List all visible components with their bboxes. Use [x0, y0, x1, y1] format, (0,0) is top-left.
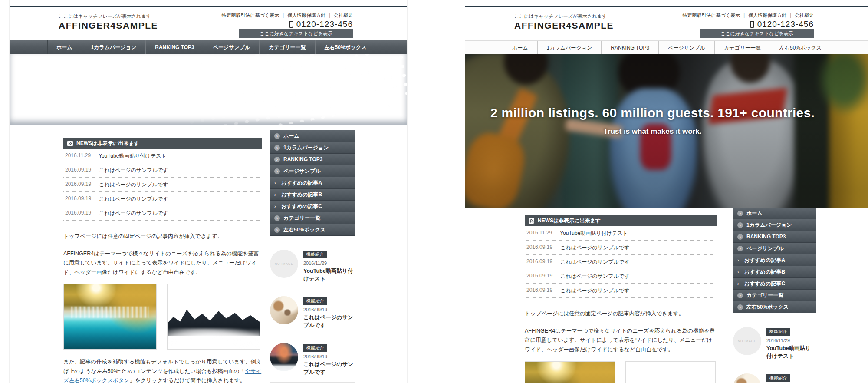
- sidebar-article-widget[interactable]: NO IMAGE 機能紹介 2016/11/29 YouTube動画貼り付けテス…: [733, 320, 816, 366]
- sidebar-item-recommend-b[interactable]: ›おすすめの記事B: [733, 266, 816, 278]
- halftone-dots-pattern: [10, 54, 407, 125]
- waterfall-photo: [63, 284, 157, 350]
- article-paragraph: トップページには任意の固定ページの記事内容が挿入できます。: [525, 309, 717, 319]
- header-text-button[interactable]: ここに好きなテキストなどを表示: [700, 29, 814, 38]
- circle-arrow-icon: ›: [737, 293, 743, 298]
- sidebar-menu: ›ホーム ›1カラムバージョン ›RANKING TOP3 ›ページサンプル ›…: [270, 130, 355, 236]
- circle-arrow-icon: ›: [737, 304, 743, 310]
- news-header: NEWSは非表示に出来ます: [525, 215, 717, 226]
- widget-title: YouTube動画貼り付けテスト: [766, 344, 816, 360]
- nav-one-column[interactable]: 1カラムバージョン: [537, 41, 602, 54]
- sidebar-item-page-sample[interactable]: ›ページサンプル: [733, 243, 816, 254]
- mountain-photo: [167, 284, 260, 350]
- header-text-button[interactable]: ここに好きなテキストなどを表示: [239, 29, 353, 38]
- sidebar-item-recommend-c[interactable]: ›おすすめの記事C: [733, 278, 816, 290]
- site-title[interactable]: AFFINGER4SAMPLE: [514, 20, 614, 31]
- nav-ranking-top3[interactable]: RANKING TOP3: [601, 41, 658, 54]
- widget-date: 2016/11/29: [303, 261, 355, 266]
- sidebar-item-ranking-top3[interactable]: ›RANKING TOP3: [270, 154, 355, 165]
- news-row[interactable]: 2016.11.29YouTube動画貼り付けテスト: [63, 149, 262, 163]
- main-column: NEWSは非表示に出来ます 2016.11.29YouTube動画貼り付けテスト…: [525, 208, 717, 383]
- nav-home[interactable]: ホーム: [47, 40, 82, 54]
- mountain-sunset-thumb: [270, 343, 298, 371]
- hero-photo: 2 million listings. 60 million guests. 1…: [465, 54, 868, 208]
- link-company-profile[interactable]: 会社概要: [795, 13, 814, 18]
- main-nav: ホーム 1カラムバージョン RANKING TOP3 ページサンプル カテゴリー…: [10, 40, 407, 54]
- circle-arrow-icon: ›: [737, 211, 743, 216]
- nav-5050-box[interactable]: 左右50%ボックス: [770, 41, 831, 54]
- news-row[interactable]: 2016.11.29YouTube動画貼り付けテスト: [525, 226, 717, 241]
- circle-arrow-icon: ›: [737, 234, 743, 240]
- nav-category-list[interactable]: カテゴリー一覧: [259, 40, 315, 54]
- sidebar-item-recommend-c[interactable]: ›おすすめの記事C: [270, 201, 355, 212]
- widget-title: これはページのサンプルです: [303, 314, 355, 329]
- news-row[interactable]: 2016.09.19これはページのサンプルです: [63, 206, 262, 221]
- site-right: ここにはキャッチフレーズが表示されます AFFINGER4SAMPLE 特定商取…: [465, 0, 868, 383]
- nav-home[interactable]: ホーム: [503, 41, 537, 54]
- news-header: NEWSは非表示に出来ます: [63, 138, 262, 149]
- top-border: [10, 6, 407, 7]
- link-separator: |: [790, 13, 791, 18]
- news-row[interactable]: 2016.09.19これはページのサンプルです: [525, 241, 717, 255]
- sidebar-article-widget[interactable]: NO IMAGE 機能紹介 2016/11/29 YouTube動画貼り付けテス…: [270, 243, 355, 289]
- sidebar-item-one-column[interactable]: ›1カラムバージョン: [270, 142, 355, 154]
- widget-date: 2016/09/19: [303, 354, 355, 359]
- sidebar-item-one-column[interactable]: ›1カラムバージョン: [733, 219, 816, 231]
- screenshot-canvas: ここにはキャッチフレーズが表示されます AFFINGER4SAMPLE 特定商取…: [0, 0, 868, 383]
- chevron-right-icon: ›: [274, 192, 278, 198]
- article-paragraph: また、記事の作成を補助する機能もデフォルトでしっかり用意しています。例えば上のよ…: [63, 357, 262, 383]
- chevron-right-icon: ›: [274, 180, 278, 186]
- news-row[interactable]: 2016.09.19これはページのサンプルです: [63, 192, 262, 206]
- sidebar-item-home[interactable]: ›ホーム: [733, 208, 816, 219]
- sidebar-item-category-list[interactable]: ›カテゴリー一覧: [270, 212, 355, 224]
- circle-arrow-icon: ›: [274, 227, 280, 233]
- news-row[interactable]: 2016.09.19これはページのサンプルです: [525, 269, 717, 284]
- link-commerce-law[interactable]: 特定商取引法に基づく表示: [222, 13, 279, 18]
- sidebar-item-recommend-a[interactable]: ›おすすめの記事A: [270, 177, 355, 189]
- sidebar-menu: ›ホーム ›1カラムバージョン ›RANKING TOP3 ›ページサンプル ›…: [733, 208, 816, 313]
- no-image-thumb: NO IMAGE: [270, 250, 298, 278]
- hero-banner-blue: [10, 54, 407, 125]
- nav-5050-box[interactable]: 左右50%ボックス: [315, 40, 376, 54]
- news-row[interactable]: 2016.09.19これはページのサンプルです: [525, 255, 717, 269]
- nav-page-sample[interactable]: ページサンプル: [204, 40, 260, 54]
- sidebar-item-category-list[interactable]: ›カテゴリー一覧: [733, 290, 816, 301]
- news-row[interactable]: 2016.09.19これはページのサンプルです: [63, 163, 262, 178]
- chevron-right-icon: ›: [274, 204, 278, 209]
- sidebar-item-5050-box[interactable]: ›左右50%ボックス: [733, 301, 816, 313]
- nav-category-list[interactable]: カテゴリー一覧: [714, 41, 770, 54]
- circle-arrow-icon: ›: [737, 246, 743, 251]
- nav-page-sample[interactable]: ページサンプル: [658, 41, 714, 54]
- sidebar-article-widget[interactable]: 機能紹介 2016/09/19 これはページのサンプルです: [733, 366, 816, 383]
- news-row[interactable]: 2016.09.19これはページのサンプルです: [63, 178, 262, 192]
- sidebar-item-page-sample[interactable]: ›ページサンプル: [270, 165, 355, 177]
- sidebar-article-widget[interactable]: 機能紹介 2016/09/19 これはページのサンプルです: [270, 289, 355, 336]
- nav-ranking-top3[interactable]: RANKING TOP3: [145, 40, 203, 54]
- circle-arrow-icon: ›: [274, 157, 280, 162]
- mountain-photo: [625, 361, 716, 383]
- link-company-profile[interactable]: 会社概要: [334, 13, 353, 18]
- sidebar: ›ホーム ›1カラムバージョン ›RANKING TOP3 ›ページサンプル ›…: [270, 130, 355, 383]
- article-images: [63, 284, 262, 350]
- nav-one-column[interactable]: 1カラムバージョン: [82, 40, 146, 54]
- phone-icon: [750, 21, 754, 28]
- category-badge: 機能紹介: [303, 297, 327, 305]
- circle-arrow-icon: ›: [274, 168, 280, 174]
- sidebar-item-home[interactable]: ›ホーム: [270, 130, 355, 142]
- phone-number: 0120-123-456: [750, 20, 814, 29]
- header-links: 特定商取引法に基づく表示|個人情報保護方針|会社概要: [222, 12, 353, 19]
- sidebar-item-recommend-a[interactable]: ›おすすめの記事A: [733, 254, 816, 266]
- phone-icon: [289, 21, 293, 28]
- sidebar-item-recommend-b[interactable]: ›おすすめの記事B: [270, 189, 355, 201]
- link-commerce-law[interactable]: 特定商取引法に基づく表示: [683, 13, 740, 18]
- catchphrase: ここにはキャッチフレーズが表示されます: [59, 13, 151, 20]
- link-privacy-policy[interactable]: 個人情報保護方針: [287, 13, 326, 18]
- news-row[interactable]: 2016.09.19これはページのサンプルです: [525, 284, 717, 298]
- sidebar-item-5050-box[interactable]: ›左右50%ボックス: [270, 224, 355, 236]
- link-separator: |: [743, 13, 745, 18]
- site-title[interactable]: AFFINGER4SAMPLE: [59, 20, 158, 31]
- sidebar-article-widget[interactable]: 機能紹介 2016/09/19 これはページのサンプルです: [270, 336, 355, 383]
- sidebar-item-ranking-top3[interactable]: ›RANKING TOP3: [733, 231, 816, 243]
- link-privacy-policy[interactable]: 個人情報保護方針: [748, 13, 786, 18]
- woman-laptop-thumb: [270, 296, 298, 324]
